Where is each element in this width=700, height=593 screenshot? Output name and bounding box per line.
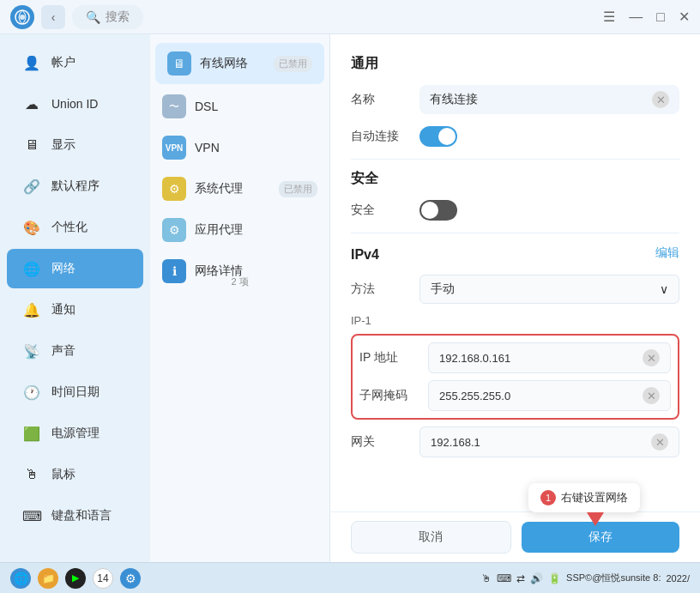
name-row: 名称 有线连接 ✕ [351, 85, 679, 114]
sidebar-label-power: 电源管理 [51, 426, 100, 441]
sidebar-label-mouse: 鼠标 [51, 467, 75, 482]
ip-addr-clear[interactable]: ✕ [643, 349, 660, 366]
ip1-label: IP-1 [351, 314, 679, 327]
sidebar-label-keyboard: 键盘和语言 [51, 508, 112, 523]
titlebar-controls: ☰ — □ ✕ [603, 9, 690, 25]
auto-connect-label: 自动连接 [351, 129, 419, 144]
taskbar-volume-icon: 🔊 [530, 572, 543, 584]
taskbar-finder-icon[interactable]: 📁 [38, 568, 58, 589]
power-icon: 🟩 [21, 422, 43, 445]
subnet-row: 子网掩码 255.255.255.0 ✕ [359, 380, 671, 411]
taskbar-calendar-icon[interactable]: 14 [93, 568, 113, 589]
close-button[interactable]: ✕ [679, 9, 690, 25]
svg-point-1 [20, 15, 25, 20]
search-bar[interactable]: 🔍 搜索 [72, 5, 143, 29]
sidebar-label-display: 显示 [51, 137, 75, 153]
subnet-clear[interactable]: ✕ [643, 387, 660, 404]
gateway-clear[interactable]: ✕ [651, 433, 668, 451]
ip-group: IP 地址 192.168.0.161 ✕ 子网掩码 255.255.255.0… [351, 334, 679, 420]
ipv4-header: IPv4 编辑 [351, 244, 679, 263]
sidebar-item-mouse[interactable]: 🖱 鼠标 [7, 455, 143, 494]
sidebar-label-notification: 通知 [51, 302, 75, 318]
cancel-button[interactable]: 取消 [351, 521, 511, 554]
taskbar-network-icon: ⇄ [516, 572, 525, 584]
auto-connect-row: 自动连接 [351, 126, 679, 147]
network-icon: 🌐 [21, 257, 43, 280]
ip-addr-text: 192.168.0.161 [439, 352, 510, 365]
titlebar-left: ‹ 🔍 搜索 [10, 5, 143, 29]
dsl-icon: 〜 [162, 94, 186, 118]
bottom-actions: 取消 保存 [330, 511, 700, 562]
auto-connect-knob [438, 128, 456, 145]
sidebar-item-datetime[interactable]: 🕐 时间日期 [7, 372, 143, 412]
ipv4-section-title: IPv4 [351, 247, 379, 263]
taskbar-battery-icon: 🔋 [548, 572, 561, 584]
net-label-app-proxy: 应用代理 [195, 222, 243, 238]
net-item-dsl[interactable]: 〜 DSL [150, 86, 329, 127]
account-icon: 👤 [21, 51, 43, 74]
back-button[interactable]: ‹ [41, 5, 65, 29]
menu-icon[interactable]: ☰ [603, 9, 615, 25]
sidebar-item-account[interactable]: 👤 帐户 [7, 43, 143, 82]
taskbar-terminal-icon[interactable]: ▶ [65, 568, 86, 589]
tooltip-arrow [587, 512, 604, 526]
method-select[interactable]: 手动 ∨ [419, 275, 679, 304]
net-item-system-proxy[interactable]: ⚙ 系统代理 已禁用 [150, 168, 329, 209]
taskbar-status-text: SSP©@恒悦sunsite 8: [566, 572, 661, 584]
method-label: 方法 [351, 281, 419, 297]
sidebar-label-personalize: 个性化 [51, 220, 88, 235]
taskbar-settings-icon[interactable]: ⚙ [120, 568, 141, 589]
personalize-icon: 🎨 [21, 216, 43, 239]
subnet-text: 255.255.255.0 [439, 390, 510, 402]
middle-panel: 🖥 有线网络 已禁用 〜 DSL VPN VPN ⚙ 系统代理 已禁用 ⚙ 应用… [150, 34, 330, 562]
ip-addr-row: IP 地址 192.168.0.161 ✕ [359, 342, 671, 373]
name-value-field: 有线连接 ✕ [419, 85, 679, 114]
ip-addr-field[interactable]: 192.168.0.161 ✕ [428, 342, 671, 373]
count-label: 2 项 [150, 275, 329, 288]
net-item-wired[interactable]: 🖥 有线网络 已禁用 [155, 43, 324, 84]
net-item-vpn[interactable]: VPN VPN [150, 127, 329, 168]
right-panel: 通用 名称 有线连接 ✕ 自动连接 安全 安全 IPv4 编辑 [330, 34, 700, 562]
sidebar-item-display[interactable]: 🖥 显示 [7, 125, 143, 165]
security-row: 安全 [351, 200, 679, 221]
minimize-button[interactable]: — [629, 9, 643, 25]
edit-link[interactable]: 编辑 [655, 245, 679, 261]
subnet-label: 子网掩码 [359, 388, 428, 403]
context-menu-tooltip: 1 右键设置网络 [528, 483, 640, 512]
sidebar-item-network[interactable]: 🌐 网络 [7, 249, 143, 288]
sidebar-label-account: 帐户 [51, 55, 75, 70]
sidebar-item-notification[interactable]: 🔔 通知 [7, 290, 143, 330]
taskbar-cursor-icon: 🖱 [481, 572, 492, 584]
ip-addr-label: IP 地址 [359, 350, 428, 366]
display-icon: 🖥 [21, 134, 43, 156]
sidebar-item-unionid[interactable]: ☁ Union ID [7, 84, 143, 124]
sidebar-label-datetime: 时间日期 [51, 384, 100, 400]
save-button[interactable]: 保存 [522, 522, 680, 553]
taskbar-date-text: 2022/ [666, 573, 690, 584]
sound-icon: 📡 [21, 340, 43, 362]
auto-connect-toggle[interactable] [419, 126, 457, 147]
sidebar-item-personalize[interactable]: 🎨 个性化 [7, 208, 143, 247]
subnet-field[interactable]: 255.255.255.0 ✕ [428, 380, 671, 411]
sidebar-item-keyboard[interactable]: ⌨ 键盘和语言 [7, 496, 143, 536]
search-icon: 🔍 [86, 10, 100, 24]
mouse-icon: 🖱 [21, 463, 43, 486]
gateway-field[interactable]: 192.168.1 ✕ [419, 427, 679, 457]
security-toggle[interactable] [419, 200, 457, 221]
sidebar-item-default-apps[interactable]: 🔗 默认程序 [7, 166, 143, 206]
sidebar: 👤 帐户 ☁ Union ID 🖥 显示 🔗 默认程序 🎨 个性化 🌐 网络 🔔… [0, 34, 150, 562]
name-clear-button[interactable]: ✕ [652, 91, 669, 108]
taskbar-globe-icon[interactable]: 🌐 [10, 568, 31, 589]
name-label: 名称 [351, 92, 419, 107]
restore-button[interactable]: □ [656, 9, 665, 25]
sidebar-label-unionid: Union ID [51, 97, 98, 111]
sidebar-item-power[interactable]: 🟩 电源管理 [7, 414, 143, 453]
taskbar-right: 🖱 ⌨ ⇄ 🔊 🔋 SSP©@恒悦sunsite 8: 2022/ [481, 572, 690, 584]
net-item-app-proxy[interactable]: ⚙ 应用代理 [150, 209, 329, 251]
main-content: 👤 帐户 ☁ Union ID 🖥 显示 🔗 默认程序 🎨 个性化 🌐 网络 🔔… [0, 34, 700, 562]
security-section-title: 安全 [351, 170, 679, 188]
net-label-dsl: DSL [195, 100, 218, 113]
sidebar-item-sound[interactable]: 📡 声音 [7, 331, 143, 371]
sidebar-label-sound: 声音 [51, 343, 75, 359]
taskbar-keyboard-icon: ⌨ [497, 572, 511, 584]
